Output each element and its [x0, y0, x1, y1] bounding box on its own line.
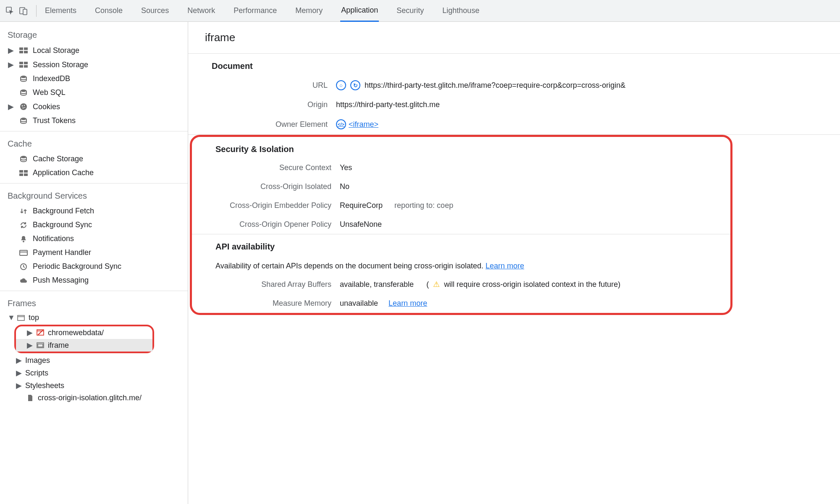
url-value: https://third-party-test.glitch.me/ifram…	[365, 81, 625, 90]
origin-value: https://third-party-test.glitch.me	[336, 100, 440, 109]
sidebar-item-background-fetch[interactable]: Background Fetch	[0, 204, 188, 218]
sidebar-item-cookies[interactable]: ▶Cookies	[0, 100, 188, 114]
tree-node-label: iframe	[48, 341, 69, 350]
security-section-heading: Security & Isolation	[192, 137, 730, 158]
sab-value: available, transferable	[340, 280, 414, 289]
reload-icon[interactable]: ↻	[350, 80, 360, 90]
svg-rect-8	[24, 62, 28, 64]
coi-label: Cross-Origin Isolated	[192, 182, 340, 191]
mm-label: Measure Memory	[192, 299, 340, 308]
database-icon	[18, 75, 29, 83]
secure-context-value: Yes	[340, 163, 352, 172]
tab-console[interactable]: Console	[94, 0, 123, 21]
learn-more-link-mm[interactable]: Learn more	[388, 299, 427, 308]
database-icon	[18, 155, 29, 163]
inspect-icon[interactable]	[5, 6, 15, 16]
svg-rect-9	[19, 65, 23, 68]
sidebar-item-application-cache[interactable]: Application Cache	[0, 166, 188, 180]
window-icon	[17, 314, 25, 322]
coi-value: No	[340, 182, 349, 191]
svg-point-18	[21, 118, 26, 120]
chevron-right-icon: ▶	[27, 341, 33, 350]
page-title: iframe	[188, 22, 840, 54]
coep-value: RequireCorp	[340, 201, 383, 210]
svg-point-17	[24, 107, 25, 108]
frames-tree-images[interactable]: ▶Images	[0, 354, 188, 367]
sync-icon	[18, 221, 29, 229]
sidebar-item-session-storage[interactable]: ▶Session Storage	[0, 58, 188, 72]
document-section-heading: Document	[188, 54, 840, 75]
credit-card-icon	[18, 249, 29, 257]
owner-element-link[interactable]: </> <iframe>	[336, 119, 378, 129]
learn-more-link[interactable]: Learn more	[486, 262, 524, 270]
cache-group-title: Cache	[0, 135, 188, 152]
chevron-right-icon: ▶	[8, 60, 14, 69]
code-tag-icon: </>	[336, 119, 346, 129]
tab-performance[interactable]: Performance	[233, 0, 278, 21]
highlight-frames: ▶chromewebdata/ ▶iframe	[14, 325, 154, 353]
sidebar-item-notifications[interactable]: Notifications	[0, 232, 188, 246]
sidebar-item-indexeddb[interactable]: IndexedDB	[0, 72, 188, 86]
svg-rect-3	[19, 47, 23, 50]
frames-tree-file[interactable]: cross-origin-isolation.glitch.me/	[0, 392, 188, 404]
chevron-right-icon: ▶	[16, 381, 22, 390]
svg-point-19	[21, 156, 26, 158]
svg-point-13	[20, 103, 27, 110]
sidebar-item-label: Periodic Background Sync	[33, 262, 121, 271]
svg-rect-7	[19, 62, 23, 64]
sidebar-item-websql[interactable]: Web SQL	[0, 86, 188, 100]
svg-rect-20	[19, 170, 23, 173]
sidebar-item-local-storage[interactable]: ▶Local Storage	[0, 43, 188, 58]
bg-services-group-title: Background Services	[0, 187, 188, 204]
frames-tree-iframe[interactable]: ▶iframe	[16, 339, 152, 352]
sidebar-item-label: Cookies	[33, 102, 60, 111]
tab-memory[interactable]: Memory	[294, 0, 323, 21]
database-icon	[18, 117, 29, 125]
chevron-right-icon: ▶	[8, 102, 14, 111]
paren-open: (	[426, 280, 429, 289]
frames-tree-scripts[interactable]: ▶Scripts	[0, 367, 188, 379]
sidebar-item-background-sync[interactable]: Background Sync	[0, 218, 188, 232]
url-label: URL	[188, 81, 336, 90]
owner-element-row: Owner Element </> <iframe>	[188, 114, 840, 134]
sidebar-item-label: IndexedDB	[33, 74, 70, 83]
sidebar-item-label: Web SQL	[33, 88, 66, 97]
mm-value: unavailable	[340, 299, 378, 308]
chevron-right-icon: ▶	[16, 368, 22, 378]
frames-group-title: Frames	[0, 294, 188, 312]
owner-element-value: <iframe>	[349, 120, 378, 129]
sidebar-item-cache-storage[interactable]: Cache Storage	[0, 152, 188, 166]
svg-rect-25	[20, 250, 27, 255]
warning-icon: ⚠	[433, 280, 440, 289]
frames-tree-chromewebdata[interactable]: ▶chromewebdata/	[16, 326, 152, 339]
coep-label: Cross-Origin Embedder Policy	[192, 201, 340, 210]
devtools-toolbar: Elements Console Sources Network Perform…	[0, 0, 840, 22]
tree-node-label: Images	[25, 356, 50, 365]
sidebar-item-label: Application Cache	[33, 168, 94, 177]
frames-tree-stylesheets[interactable]: ▶Stylesheets	[0, 379, 188, 392]
tab-network[interactable]: Network	[186, 0, 216, 21]
sidebar-item-payment-handler[interactable]: Payment Handler	[0, 246, 188, 260]
main-panel: iframe Document URL ○ ↻ https://third-pa…	[188, 22, 840, 504]
tab-application[interactable]: Application	[340, 0, 379, 22]
sidebar-item-push-messaging[interactable]: Push Messaging	[0, 273, 188, 287]
fetch-icon	[18, 207, 29, 215]
sidebar-item-label: Payment Handler	[33, 248, 91, 257]
tab-lighthouse[interactable]: Lighthouse	[441, 0, 480, 21]
tree-node-label: Scripts	[25, 369, 48, 378]
storage-grid-icon	[18, 169, 29, 177]
tab-security[interactable]: Security	[396, 0, 425, 21]
svg-rect-2	[23, 9, 27, 15]
sidebar-item-trust-tokens[interactable]: Trust Tokens	[0, 114, 188, 128]
api-description-row: Availability of certain APIs depends on …	[192, 256, 730, 275]
sidebar-item-label: Trust Tokens	[33, 116, 76, 125]
frames-tree-top[interactable]: ▼top	[0, 312, 188, 324]
sidebar-item-periodic-sync[interactable]: Periodic Background Sync	[0, 260, 188, 273]
storage-grid-icon	[18, 60, 29, 69]
toolbar-separator	[36, 5, 37, 17]
device-toggle-icon[interactable]	[18, 6, 29, 16]
tab-elements[interactable]: Elements	[44, 0, 77, 21]
sidebar-item-label: Notifications	[33, 234, 74, 243]
svg-rect-10	[24, 65, 28, 68]
tab-sources[interactable]: Sources	[140, 0, 170, 21]
